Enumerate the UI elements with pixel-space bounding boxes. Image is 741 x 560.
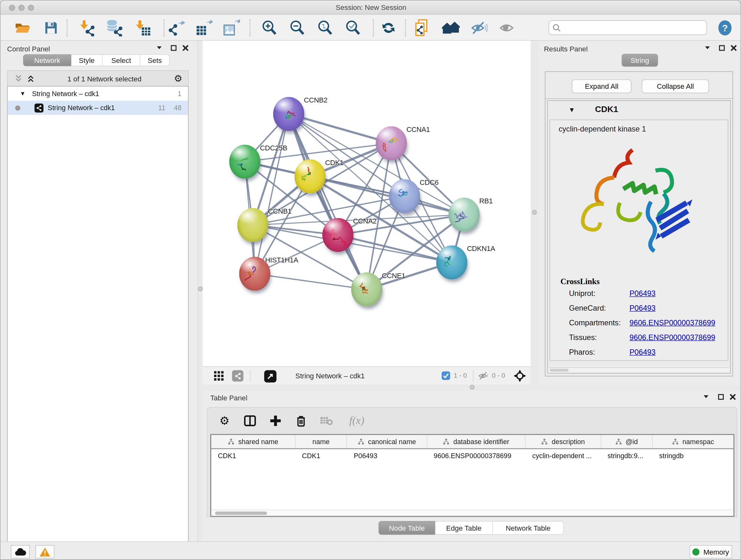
tab-select[interactable]: Select [103, 54, 140, 66]
cell-name[interactable]: CDK1 [295, 449, 347, 462]
table-panel-menu-button[interactable] [701, 392, 711, 401]
right-splitter[interactable] [531, 41, 538, 384]
zoom-fit-button[interactable] [315, 18, 335, 37]
cell-shared-name[interactable]: CDK1 [211, 449, 295, 462]
scrollbar-thumb[interactable] [549, 369, 568, 372]
left-splitter[interactable] [198, 41, 203, 541]
table-panel-close-button[interactable] [728, 392, 738, 401]
tab-string[interactable]: String [622, 54, 658, 67]
scrollbar-thumb[interactable] [215, 511, 267, 515]
crosslink-value-link[interactable]: P06493 [630, 289, 656, 298]
column-header-canonical-name[interactable]: canonical name [347, 435, 427, 448]
horizontal-splitter-handle[interactable] [470, 385, 475, 389]
control-panel-close-button[interactable] [181, 44, 190, 52]
cell-database-identifier[interactable]: 9606.ENSP00000378699 [427, 449, 526, 462]
network-edge[interactable] [255, 273, 367, 289]
search-input[interactable] [563, 22, 703, 34]
control-panel-float-button[interactable] [169, 44, 179, 52]
results-horizontal-scrollbar[interactable] [549, 368, 729, 372]
network-node-cdkn1a[interactable] [436, 246, 468, 280]
memory-button[interactable]: Memory [690, 545, 732, 558]
cell-description[interactable]: cyclin-dependent ... [526, 449, 601, 462]
zoom-in-button[interactable] [259, 18, 279, 37]
birdseye-toggle-button[interactable] [513, 369, 526, 382]
column-header-id[interactable]: @id [601, 435, 653, 448]
export-image-button[interactable] [222, 18, 242, 37]
table-row[interactable]: CDK1 CDK1 P06493 9606.ENSP00000378699 cy… [211, 449, 733, 462]
column-header-shared-name[interactable]: shared name [211, 435, 295, 448]
first-neighbors-button[interactable] [441, 18, 461, 37]
results-panel-float-button[interactable] [717, 44, 727, 52]
table-options-gear-icon[interactable]: ⚙ [217, 413, 232, 428]
tab-sets[interactable]: Sets [140, 54, 170, 66]
cell-id[interactable]: stringdb:9... [601, 449, 653, 462]
network-edge[interactable] [255, 114, 289, 274]
horizontal-splitter[interactable] [203, 384, 741, 390]
network-node-cdc6[interactable] [389, 179, 420, 213]
control-panel-menu-button[interactable] [154, 44, 164, 52]
import-table-file-button[interactable] [133, 18, 152, 37]
network-node-cdc25b[interactable] [229, 145, 260, 179]
cloud-status-button[interactable] [11, 545, 30, 558]
collapse-all-networks-button[interactable] [14, 74, 23, 83]
network-node-ccne1[interactable] [351, 272, 382, 307]
detach-view-button[interactable] [264, 370, 277, 383]
function-builder-button[interactable]: f(x) [345, 413, 369, 428]
results-panel-close-button[interactable] [729, 44, 738, 52]
network-node-ccnb1[interactable] [237, 208, 268, 242]
cell-namespace[interactable]: stringdb [653, 449, 733, 462]
hidden-eye-icon[interactable] [478, 371, 489, 381]
crosslink-value-link[interactable]: 9606.ENSP00000378699 [630, 333, 716, 342]
network-edge[interactable] [310, 176, 464, 214]
tab-style[interactable]: Style [71, 54, 103, 66]
warnings-button[interactable] [36, 545, 54, 558]
delete-table-button[interactable] [319, 413, 334, 428]
crosslink-value-link[interactable]: P06493 [630, 348, 656, 357]
gene-section-header[interactable]: ▼ CDK1 [548, 101, 730, 118]
results-panel-menu-button[interactable] [703, 44, 712, 52]
show-columns-button[interactable] [243, 413, 258, 428]
network-node-ccnb2[interactable] [273, 97, 305, 131]
network-collection-row[interactable]: ▼ String Network – cdk1 1 [8, 86, 188, 101]
network-canvas[interactable]: CCNB2CCNA1CDC25BCDK1CDC6RB1CCNB1CCNA2CDK… [203, 41, 531, 366]
tree-expand-caret-icon[interactable]: ▼ [20, 90, 25, 97]
tab-node-table[interactable]: Node Table [379, 521, 435, 535]
crosslink-value-link[interactable]: 9606.ENSP00000378699 [630, 319, 716, 327]
import-network-database-button[interactable] [105, 18, 124, 37]
table-panel-float-button[interactable] [716, 392, 726, 401]
import-network-file-button[interactable] [77, 18, 97, 37]
table-horizontal-scrollbar[interactable] [211, 509, 733, 516]
expand-all-button[interactable]: Expand All [572, 79, 631, 93]
export-network-button[interactable] [167, 18, 187, 37]
grid-view-button[interactable] [213, 370, 225, 382]
column-header-description[interactable]: description [526, 435, 601, 448]
collapse-all-button[interactable]: Collapse All [642, 79, 709, 93]
column-header-name[interactable]: name [295, 435, 347, 448]
left-splitter-handle[interactable] [198, 287, 203, 291]
save-session-button[interactable] [41, 18, 61, 37]
network-edge[interactable] [289, 114, 367, 289]
delete-column-button[interactable] [293, 413, 309, 428]
cell-canonical-name[interactable]: P06493 [347, 449, 427, 462]
network-node-rb1[interactable] [448, 198, 480, 232]
network-options-gear-icon[interactable]: ⚙ [174, 73, 183, 84]
selected-checkbox-icon[interactable] [441, 371, 450, 380]
crosslink-value-link[interactable]: P06493 [630, 304, 656, 313]
zoom-out-button[interactable] [287, 18, 307, 37]
update-view-button[interactable] [379, 18, 398, 37]
network-node-cdk1[interactable] [294, 159, 326, 193]
column-header-namespace[interactable]: namespac [653, 435, 733, 448]
open-session-button[interactable] [13, 18, 32, 37]
tab-edge-table[interactable]: Edge Table [435, 521, 493, 535]
show-all-button[interactable] [497, 18, 517, 37]
network-node-ccna2[interactable] [322, 218, 354, 252]
help-button[interactable]: ? [715, 18, 735, 37]
tab-network-table[interactable]: Network Table [493, 521, 564, 535]
tab-network[interactable]: Network [23, 54, 71, 66]
network-row[interactable]: String Network – cdk1 11 48 [8, 101, 188, 115]
new-network-from-selection-button[interactable] [413, 18, 432, 37]
expand-all-networks-button[interactable] [26, 74, 35, 83]
network-node-ccna1[interactable] [376, 126, 407, 160]
collapse-section-caret-icon[interactable]: ▼ [569, 106, 576, 114]
hide-selection-button[interactable] [469, 18, 489, 37]
